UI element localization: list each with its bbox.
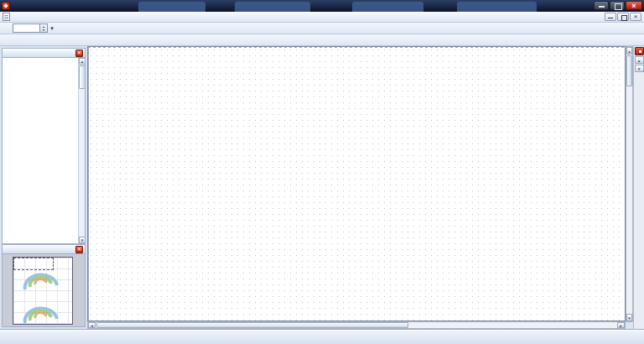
color-palette: ▴ ▾: [633, 46, 644, 329]
page-boundary-vertical: [88, 47, 89, 321]
scroll-down-icon[interactable]: ▾: [626, 314, 632, 321]
page-boundary-horizontal: [88, 47, 625, 48]
microolap-logo-watermark: [18, 298, 67, 325]
diagram-area: ◂ ▸: [87, 46, 626, 329]
background-window-tab: [457, 2, 537, 12]
background-window-tab: [352, 2, 423, 12]
object-tree-scrollbar[interactable]: ▴ ▾: [78, 58, 85, 243]
palette-no-color-button[interactable]: [635, 47, 644, 55]
scale-combobox[interactable]: ▴▾: [13, 23, 48, 33]
palette-scroll-up-icon[interactable]: ▴: [635, 56, 644, 64]
minimap-page-preview: [13, 257, 73, 325]
mdi-window-controls: [605, 13, 644, 21]
background-window-tab: [138, 2, 205, 12]
minimap-close-icon[interactable]: ✕: [75, 246, 83, 253]
background-window-tab: [235, 2, 310, 12]
titlebar: ×: [0, 0, 644, 12]
toolbar-overflow-icon[interactable]: ▾: [49, 23, 55, 34]
scroll-up-icon[interactable]: ▴: [626, 47, 632, 55]
app-icon: [2, 2, 10, 10]
close-button[interactable]: ×: [626, 1, 642, 10]
mdi-restore-button[interactable]: [617, 13, 629, 21]
statusbar: [0, 329, 644, 344]
object-tree-close-icon[interactable]: ✕: [75, 50, 83, 57]
maximize-button[interactable]: [610, 1, 625, 10]
diagram-canvas[interactable]: [87, 46, 626, 321]
horizontal-scrollbar[interactable]: ◂ ▸: [87, 321, 626, 329]
menubar: [0, 12, 644, 23]
mdi-close-button[interactable]: [630, 13, 641, 21]
scroll-down-icon[interactable]: ▾: [79, 237, 86, 243]
left-panel-column: ✕ ▴ ▾ ✕: [0, 46, 87, 329]
object-tree-header: ✕: [2, 48, 86, 58]
palette-scroll-down-icon[interactable]: ▾: [635, 65, 644, 72]
application-window: × ▴▾ ▾ ✕ ▴: [0, 0, 644, 344]
object-tree: ▴ ▾: [2, 58, 86, 244]
main-toolbar: ▴▾ ▾: [0, 23, 644, 34]
minimap-navigator[interactable]: [2, 254, 86, 327]
scroll-left-icon[interactable]: ◂: [88, 322, 96, 328]
vertical-scrollbar[interactable]: ▴ ▾: [626, 46, 633, 322]
mdi-minimize-button[interactable]: [605, 13, 616, 21]
mdi-document-icon[interactable]: [3, 13, 10, 21]
minimize-button[interactable]: [594, 1, 609, 10]
minimap-viewport-rect[interactable]: [13, 258, 54, 270]
scroll-thumb[interactable]: [79, 65, 86, 89]
scroll-up-icon[interactable]: ▴: [79, 58, 86, 65]
minimap-header: ✕: [2, 244, 86, 254]
vertical-scroll-thumb[interactable]: [626, 55, 632, 86]
scroll-right-icon[interactable]: ▸: [617, 322, 625, 328]
tools-toolbar: [0, 34, 644, 46]
scale-spinner[interactable]: ▴▾: [39, 24, 47, 32]
scrollbar-corner: [626, 322, 633, 329]
horizontal-scroll-thumb[interactable]: [96, 322, 408, 328]
